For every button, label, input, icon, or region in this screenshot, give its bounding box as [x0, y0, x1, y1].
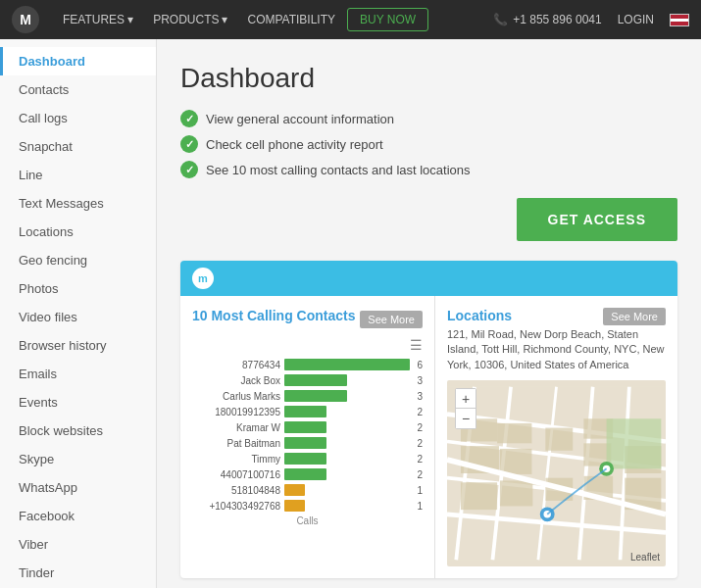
- sidebar-item-block-websites[interactable]: Block websites: [0, 416, 156, 445]
- bar-label: Pat Baitman: [192, 438, 280, 449]
- zoom-out-button[interactable]: −: [456, 409, 476, 428]
- bar-value: 2: [417, 438, 423, 449]
- feature-item-1: View general account information: [180, 110, 677, 127]
- sidebar-item-dashboard[interactable]: Dashboard: [0, 47, 156, 75]
- bar-value: 1: [417, 501, 423, 512]
- card-logo: m: [192, 268, 214, 289]
- bar-row: 87764346: [192, 359, 423, 370]
- bar-row: Timmy2: [192, 453, 423, 465]
- sidebar-item-facebook[interactable]: Facebook: [0, 502, 156, 530]
- bar-value: 2: [417, 422, 423, 433]
- site-logo: M: [12, 6, 39, 33]
- bar: [284, 453, 326, 465]
- get-access-button[interactable]: GET ACCESS: [517, 198, 678, 241]
- bar-label: +104303492768: [192, 501, 280, 512]
- sidebar-item-tinder[interactable]: Tinder: [0, 559, 156, 587]
- check-icon-2: [180, 135, 198, 153]
- bar: [284, 437, 326, 449]
- main-content: Dashboard View general account informati…: [157, 39, 701, 588]
- bar: [284, 421, 326, 433]
- dashboard-card: m 10 Most Calling Contacts See More ☰ 87…: [180, 261, 677, 578]
- bar-label: 180019912395: [192, 407, 280, 417]
- svg-rect-18: [500, 481, 532, 507]
- bar-row: Jack Box3: [192, 374, 423, 386]
- nav-compatibility[interactable]: COMPATIBILITY: [239, 9, 343, 30]
- bar-container: [284, 453, 410, 465]
- chart-see-more-button[interactable]: See More: [360, 311, 423, 328]
- sidebar-item-viber[interactable]: Viber: [0, 530, 156, 559]
- svg-rect-13: [500, 449, 532, 474]
- nav-phone: 📞 +1 855 896 0041: [493, 13, 601, 26]
- nav-features[interactable]: FEATURES ▾: [55, 9, 141, 30]
- bar-value: 3: [417, 391, 423, 402]
- sidebar: Dashboard Contacts Call logs Snapchat Li…: [0, 39, 157, 588]
- flag-icon: [670, 14, 689, 26]
- leaflet-label: Leaflet: [630, 552, 660, 563]
- bar: [284, 484, 305, 496]
- sidebar-item-geo-fencing[interactable]: Geo fencing: [0, 246, 156, 274]
- sidebar-item-skype[interactable]: Skype: [0, 445, 156, 473]
- feature-item-3: See 10 most calling contacts and last lo…: [180, 161, 677, 178]
- bar-value: 3: [417, 375, 423, 386]
- page-layout: Dashboard Contacts Call logs Snapchat Li…: [0, 39, 701, 588]
- bar-label: 518104848: [192, 485, 280, 496]
- nav-products[interactable]: PRODUCTS ▾: [145, 9, 235, 30]
- sidebar-item-text-messages[interactable]: Text Messages: [0, 189, 156, 218]
- sidebar-item-emails[interactable]: Emails: [0, 360, 156, 388]
- map-address: 121, Mil Road, New Dorp Beach, Staten Is…: [447, 327, 666, 372]
- sidebar-item-snapchat[interactable]: Snapchat: [0, 132, 156, 161]
- bar-value: 2: [417, 407, 423, 417]
- bar-row: 5181048481: [192, 484, 423, 496]
- sidebar-item-whatsapp[interactable]: WhatsApp: [0, 473, 156, 502]
- bar-container: [284, 359, 410, 370]
- bar-label: Carlus Marks: [192, 391, 280, 402]
- bar-row: +1043034927681: [192, 500, 423, 512]
- bar-label: 44007100716: [192, 469, 280, 480]
- card-header: m: [180, 261, 677, 296]
- bar-label: Kramar W: [192, 422, 280, 433]
- bar-container: [284, 421, 410, 433]
- nav-right: 📞 +1 855 896 0041 LOGIN: [493, 13, 689, 26]
- bar-label: Jack Box: [192, 375, 280, 386]
- sidebar-item-locations[interactable]: Locations: [0, 218, 156, 246]
- sidebar-item-line[interactable]: Line: [0, 161, 156, 189]
- sidebar-item-contacts[interactable]: Contacts: [0, 75, 156, 104]
- bar-row: 1800199123952: [192, 406, 423, 417]
- phone-icon: 📞: [493, 13, 508, 26]
- bar-row: Pat Baitman2: [192, 437, 423, 449]
- chart-title: 10 Most Calling Contacts: [192, 308, 355, 323]
- bar: [284, 500, 305, 512]
- bar-container: [284, 500, 410, 512]
- map-zoom-controls: + −: [455, 388, 476, 429]
- map-see-more-button[interactable]: See More: [603, 308, 666, 325]
- chevron-down-icon: ▾: [127, 13, 133, 26]
- bar: [284, 468, 326, 480]
- chart-menu-icon[interactable]: ☰: [192, 337, 423, 353]
- sidebar-item-call-logs[interactable]: Call logs: [0, 104, 156, 132]
- card-body: 10 Most Calling Contacts See More ☰ 8776…: [180, 296, 677, 578]
- check-icon-1: [180, 110, 198, 127]
- sidebar-item-browser-history[interactable]: Browser history: [0, 331, 156, 360]
- chevron-down-icon: ▾: [222, 13, 227, 26]
- nav-login[interactable]: LOGIN: [618, 13, 654, 26]
- chart-x-label: Calls: [192, 515, 423, 526]
- bar-chart: 87764346Jack Box3Carlus Marks31800199123…: [192, 359, 423, 512]
- nav-items: FEATURES ▾ PRODUCTS ▾ COMPATIBILITY BUY …: [55, 8, 493, 31]
- svg-rect-11: [497, 423, 531, 443]
- sidebar-item-video-files[interactable]: Video files: [0, 303, 156, 331]
- sidebar-item-events[interactable]: Events: [0, 388, 156, 416]
- bar-container: [284, 468, 410, 480]
- top-navigation: M FEATURES ▾ PRODUCTS ▾ COMPATIBILITY BU…: [0, 0, 701, 39]
- feature-list: View general account information Check c…: [180, 110, 677, 178]
- chart-panel: 10 Most Calling Contacts See More ☰ 8776…: [180, 296, 435, 578]
- bar-row: Carlus Marks3: [192, 390, 423, 402]
- zoom-in-button[interactable]: +: [456, 389, 476, 409]
- sidebar-item-photos[interactable]: Photos: [0, 274, 156, 303]
- svg-rect-14: [545, 428, 573, 451]
- bar-row: 440071007162: [192, 468, 423, 480]
- bar-container: [284, 406, 410, 417]
- nav-buy-now[interactable]: BUY NOW: [347, 8, 428, 31]
- bar-container: [284, 390, 410, 402]
- bar-value: 2: [417, 454, 423, 465]
- bar-container: [284, 374, 410, 386]
